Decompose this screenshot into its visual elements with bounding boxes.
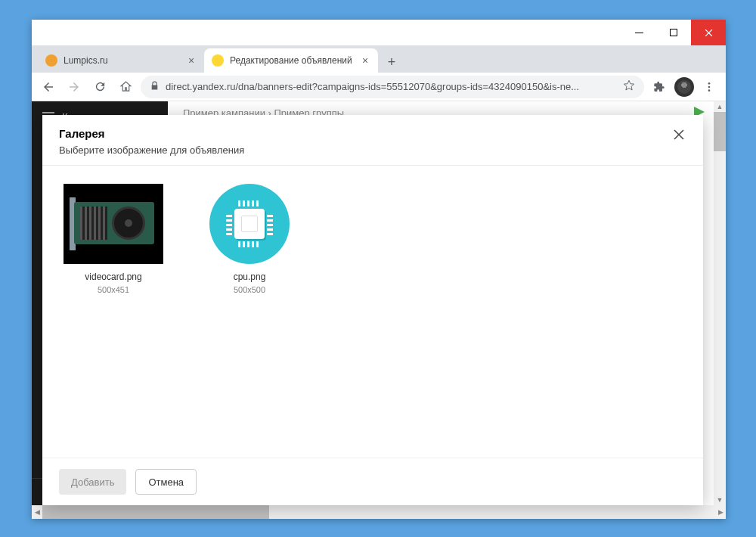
svg-point-2 [708, 89, 711, 92]
forward-button[interactable] [64, 76, 85, 98]
tab-strip: Lumpics.ru × Редактирование объявлений ×… [32, 45, 726, 73]
tab-close-icon[interactable]: × [360, 55, 370, 66]
window-titlebar [32, 20, 726, 45]
browser-window: Lumpics.ru × Редактирование объявлений ×… [32, 20, 726, 519]
horizontal-scrollbar[interactable]: ◀ ▶ [32, 505, 726, 519]
modal-header: Галерея Выберите изображение для объявле… [42, 115, 703, 165]
item-dimensions: 500x500 [197, 285, 302, 294]
home-button[interactable] [115, 76, 136, 98]
tab-title: Lumpics.ru [64, 55, 180, 66]
cancel-button[interactable]: Отмена [135, 469, 197, 495]
modal-footer: Добавить Отмена [42, 458, 703, 505]
window-maximize-button[interactable] [656, 20, 691, 45]
add-button[interactable]: Добавить [59, 469, 126, 495]
modal-subtitle: Выберите изображение для объявления [59, 144, 244, 156]
gallery-item[interactable]: videocard.png 500x451 [60, 184, 166, 294]
extensions-button[interactable] [649, 76, 670, 98]
lock-icon [150, 81, 160, 93]
svg-point-1 [708, 85, 711, 88]
address-bar[interactable]: direct.yandex.ru/dna/banners-edit?campai… [141, 76, 644, 98]
back-button[interactable] [38, 76, 59, 98]
gallery-modal: Галерея Выберите изображение для объявле… [42, 115, 703, 505]
star-icon[interactable] [623, 79, 635, 94]
scroll-left-arrow[interactable]: ◀ [32, 505, 42, 519]
close-icon [673, 129, 685, 141]
thumbnail-image [64, 184, 163, 264]
scroll-down-arrow[interactable]: ▼ [714, 495, 726, 505]
browser-toolbar: direct.yandex.ru/dna/banners-edit?campai… [32, 73, 726, 101]
menu-button[interactable] [699, 76, 720, 98]
thumbnail-image [200, 184, 299, 264]
svg-point-0 [708, 82, 711, 85]
window-minimize-button[interactable] [621, 20, 656, 45]
window-close-button[interactable] [691, 20, 726, 45]
scroll-right-arrow[interactable]: ▶ [715, 505, 726, 519]
item-filename: videocard.png [60, 272, 166, 282]
browser-tab[interactable]: Lumpics.ru × [38, 48, 204, 73]
favicon-icon [45, 54, 57, 67]
tab-close-icon[interactable]: × [186, 55, 197, 66]
url-text: direct.yandex.ru/dna/banners-edit?campai… [166, 81, 617, 92]
modal-body: videocard.png 500x451 cpu.png [42, 166, 703, 458]
item-dimensions: 500x451 [60, 285, 166, 294]
page-content: Кампании ‹ Свернуть Пример кампании › Пр… [32, 101, 726, 519]
scrollbar-thumb[interactable] [714, 112, 726, 151]
new-tab-button[interactable]: + [381, 51, 402, 73]
scrollbar-thumb[interactable] [42, 505, 269, 519]
gallery-item[interactable]: cpu.png 500x500 [197, 184, 302, 294]
item-filename: cpu.png [197, 272, 302, 282]
reload-button[interactable] [89, 76, 110, 98]
favicon-icon [212, 54, 224, 67]
vertical-scrollbar[interactable]: ▲ ▼ [714, 101, 726, 505]
profile-avatar[interactable] [674, 77, 694, 97]
tab-title: Редактирование объявлений [230, 55, 354, 66]
browser-tab[interactable]: Редактирование объявлений × [204, 48, 378, 73]
modal-title: Галерея [59, 127, 244, 140]
scroll-up-arrow[interactable]: ▲ [714, 101, 726, 112]
modal-close-button[interactable] [671, 127, 686, 142]
